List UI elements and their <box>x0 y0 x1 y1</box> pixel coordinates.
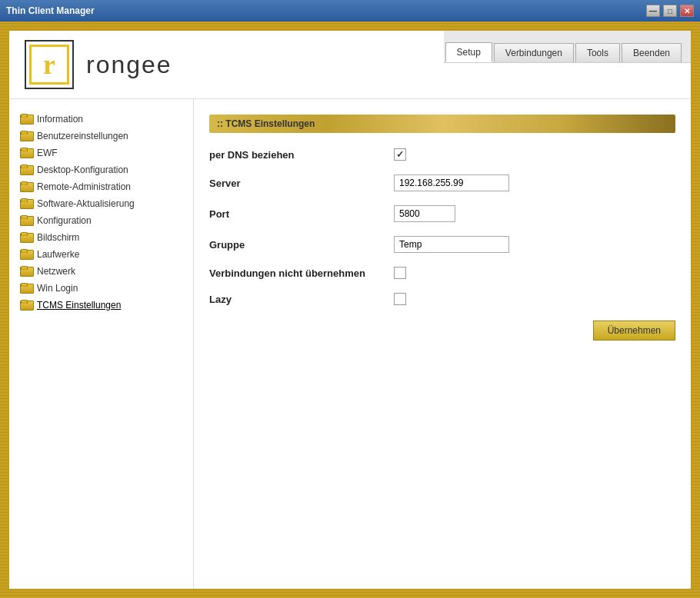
folder-icon <box>20 266 32 277</box>
maximize-button[interactable]: □ <box>663 5 677 17</box>
folder-icon <box>20 164 32 175</box>
lazy-row: Lazy <box>209 293 675 305</box>
dns-row: per DNS beziehen <box>209 148 675 161</box>
folder-icon <box>20 114 32 125</box>
sidebar-item-tcms-einstellungen[interactable]: TCMS Einstellungen <box>15 297 187 313</box>
section-header: :: TCMS Einstellungen <box>209 115 675 133</box>
sidebar: Information Benutzereinstellungen EWF De… <box>9 99 194 589</box>
server-label: Server <box>209 178 394 189</box>
verbindungen-label: Verbindungen nicht übernehmen <box>209 267 394 279</box>
folder-icon <box>20 131 32 141</box>
verbindungen-checkbox[interactable] <box>394 267 406 279</box>
folder-icon <box>20 232 32 243</box>
sidebar-item-netzwerk[interactable]: Netzwerk <box>15 264 187 279</box>
logo-r-icon: r <box>29 45 69 85</box>
gruppe-label: Gruppe <box>209 239 394 251</box>
port-label: Port <box>209 208 394 220</box>
sidebar-item-win-login[interactable]: Win Login <box>15 281 187 296</box>
title-bar-text: Thin Client Manager <box>6 5 95 16</box>
lazy-label: Lazy <box>209 294 394 305</box>
folder-icon <box>20 300 32 311</box>
title-bar: Thin Client Manager — □ ✕ <box>0 0 700 22</box>
page-body: Information Benutzereinstellungen EWF De… <box>9 99 691 589</box>
title-bar-controls: — □ ✕ <box>646 5 694 17</box>
lazy-checkbox[interactable] <box>394 293 406 305</box>
tab-verbindungen[interactable]: Verbindungen <box>494 43 574 62</box>
sidebar-item-ewf[interactable]: EWF <box>15 145 187 161</box>
folder-icon <box>20 283 32 294</box>
minimize-button[interactable]: — <box>646 5 660 17</box>
logo-area: r rongee <box>9 31 444 98</box>
gruppe-row: Gruppe <box>209 236 675 253</box>
brand-name: rongee <box>86 51 172 79</box>
sidebar-item-bildschirm[interactable]: Bildschirm <box>15 230 187 245</box>
sidebar-item-remote-administration[interactable]: Remote-Administration <box>15 179 187 194</box>
apply-button[interactable]: Übernehmen <box>593 321 675 341</box>
sidebar-item-information[interactable]: Information <box>15 111 187 127</box>
port-row: Port <box>209 205 675 222</box>
sidebar-item-desktop-konfiguration[interactable]: Desktop-Konfiguration <box>15 162 187 178</box>
folder-icon <box>20 215 32 226</box>
main-window: r rongee Setup Verbindungen Tools Beende… <box>0 22 700 598</box>
sidebar-item-benutzereinstellungen[interactable]: Benutzereinstellungen <box>15 128 187 144</box>
tab-tools[interactable]: Tools <box>575 43 620 62</box>
top-nav: Setup Verbindungen Tools Beenden <box>444 31 692 63</box>
folder-icon <box>20 249 32 260</box>
folder-icon <box>20 148 32 158</box>
folder-icon <box>20 198 32 209</box>
gruppe-input[interactable] <box>394 236 509 253</box>
server-input[interactable] <box>394 174 509 191</box>
sidebar-item-laufwerke[interactable]: Laufwerke <box>15 247 187 262</box>
btn-row: Übernehmen <box>209 321 675 341</box>
folder-icon <box>20 181 32 192</box>
sidebar-item-software-aktualisierung[interactable]: Software-Aktualisierung <box>15 196 187 211</box>
tab-beenden[interactable]: Beenden <box>622 43 682 62</box>
verbindungen-row: Verbindungen nicht übernehmen <box>209 267 675 279</box>
main-content: :: TCMS Einstellungen per DNS beziehen S… <box>194 99 691 589</box>
close-button[interactable]: ✕ <box>680 5 694 17</box>
server-row: Server <box>209 174 675 191</box>
dns-checkbox[interactable] <box>394 148 406 161</box>
dns-label: per DNS beziehen <box>209 149 394 161</box>
tab-setup[interactable]: Setup <box>445 42 492 62</box>
port-input[interactable] <box>394 205 455 222</box>
inner-container: r rongee Setup Verbindungen Tools Beende… <box>9 31 691 589</box>
logo-box: r <box>25 40 74 89</box>
sidebar-item-konfiguration[interactable]: Konfiguration <box>15 213 187 228</box>
